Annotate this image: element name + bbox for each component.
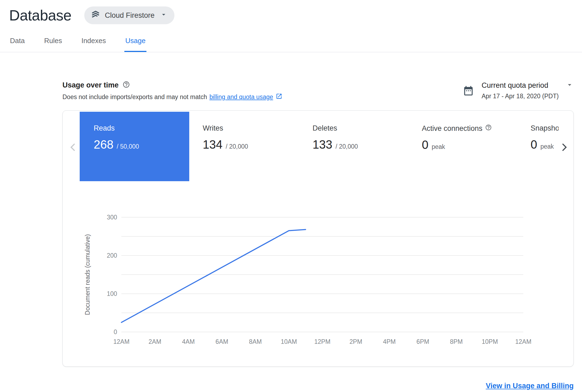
metric-denominator: / 50,000: [117, 143, 139, 150]
metric-number: 0: [422, 138, 428, 152]
metric-value: 133 / 20,000: [313, 138, 358, 151]
svg-text:8AM: 8AM: [249, 338, 262, 345]
svg-text:6PM: 6PM: [416, 338, 429, 345]
metric-label: Active connections: [422, 124, 482, 133]
tab-rules[interactable]: Rules: [43, 37, 63, 52]
quota-period-label: Current quota period: [482, 81, 548, 90]
metrics-scroll-right-button[interactable]: [559, 142, 570, 153]
calendar-icon: [463, 85, 474, 97]
svg-text:10PM: 10PM: [482, 338, 498, 345]
caret-down-icon: [160, 11, 167, 20]
quota-period-controls: Current quota period Apr 17 - Apr 18, 20…: [463, 81, 574, 101]
firestore-usage-page: Database Cloud Firestore Data Rules Inde…: [0, 0, 582, 392]
metric-denominator: peak: [540, 143, 554, 150]
svg-text:4AM: 4AM: [182, 338, 195, 345]
metric-label: Deletes: [313, 124, 358, 132]
usage-chart: 010020030012AM2AM4AM6AM8AM10AM12PM2PM4PM…: [63, 200, 574, 361]
quota-period-range: Apr 17 - Apr 18, 2020 (PDT): [482, 93, 574, 100]
database-selector-label: Cloud Firestore: [105, 11, 156, 20]
metric-label: Reads: [94, 124, 189, 132]
metric-number: 268: [94, 138, 113, 151]
footer-row: View in Usage and Billing: [62, 382, 574, 390]
svg-text:12PM: 12PM: [314, 338, 330, 345]
metric-tab-deletes[interactable]: Deletes 133 / 20,000: [313, 112, 358, 151]
firestore-icon: [91, 10, 100, 21]
tab-bar: Data Rules Indexes Usage: [0, 24, 582, 52]
metric-tab-writes[interactable]: Writes 134 / 20,000: [203, 112, 248, 151]
help-icon[interactable]: [122, 81, 130, 89]
external-link-icon[interactable]: [276, 93, 282, 101]
metric-denominator: peak: [432, 143, 445, 150]
metric-denominator: / 20,000: [226, 143, 248, 150]
usage-section-header: Usage over time Does not include imports…: [62, 81, 574, 101]
svg-text:100: 100: [107, 290, 117, 297]
quota-period-dropdown[interactable]: Current quota period: [482, 81, 574, 90]
billing-quota-link[interactable]: billing and quota usage: [209, 93, 273, 101]
svg-text:0: 0: [114, 328, 117, 335]
metrics-scroll-left-button[interactable]: [68, 142, 78, 153]
tab-indexes[interactable]: Indexes: [80, 37, 107, 52]
svg-text:4PM: 4PM: [383, 338, 396, 345]
metric-value: 0 peak: [422, 138, 492, 152]
svg-text:12AM: 12AM: [113, 338, 129, 345]
svg-text:10AM: 10AM: [281, 338, 297, 345]
svg-text:200: 200: [107, 252, 117, 259]
section-subtitle: Does not include imports/exports and may…: [62, 93, 207, 101]
svg-text:2AM: 2AM: [149, 338, 161, 345]
metric-tab-reads[interactable]: Reads 268 / 50,000: [80, 112, 189, 181]
metric-value: 268 / 50,000: [94, 138, 189, 151]
metric-number: 134: [203, 138, 222, 151]
svg-text:300: 300: [107, 214, 117, 221]
metric-tab-active-connections[interactable]: Active connections 0 peak: [422, 112, 492, 152]
metric-label: Writes: [203, 124, 248, 132]
usage-section-left: Usage over time Does not include imports…: [62, 81, 282, 101]
metric-denominator: / 20,000: [335, 143, 358, 150]
tab-data[interactable]: Data: [9, 37, 26, 52]
tab-usage[interactable]: Usage: [124, 37, 146, 52]
page-title: Database: [9, 7, 71, 24]
metric-tab-snapshots[interactable]: Snapshot 0 peak: [531, 112, 559, 151]
svg-text:2PM: 2PM: [349, 338, 362, 345]
section-title: Usage over time: [62, 81, 119, 89]
svg-text:6AM: 6AM: [216, 338, 228, 345]
usage-card: Reads 268 / 50,000 Writes 134 / 20,000 D…: [62, 110, 574, 367]
metric-number: 133: [313, 138, 332, 151]
svg-text:12AM: 12AM: [515, 338, 531, 345]
help-icon[interactable]: [485, 124, 492, 133]
view-usage-billing-link[interactable]: View in Usage and Billing: [486, 382, 574, 390]
database-selector[interactable]: Cloud Firestore: [84, 6, 174, 24]
metric-value: 0 peak: [531, 138, 559, 151]
page-header: Database Cloud Firestore: [0, 0, 582, 24]
metric-value: 134 / 20,000: [203, 138, 248, 151]
caret-down-icon: [566, 81, 574, 90]
svg-text:Document reads (cumulative): Document reads (cumulative): [84, 234, 91, 315]
metric-label: Snapshot: [531, 124, 559, 132]
metric-number: 0: [531, 138, 537, 151]
svg-text:8PM: 8PM: [450, 338, 463, 345]
